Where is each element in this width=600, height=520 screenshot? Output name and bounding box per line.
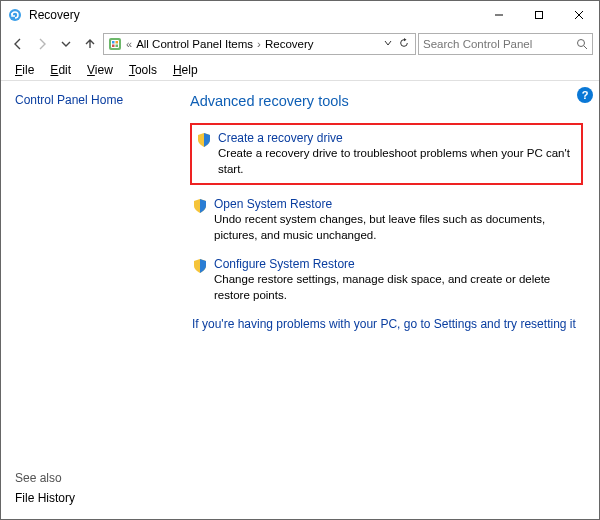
breadcrumb-item[interactable]: Recovery bbox=[265, 38, 314, 50]
tool-open-system-restore: Open System Restore Undo recent system c… bbox=[190, 193, 583, 253]
minimize-button[interactable] bbox=[479, 1, 519, 29]
control-panel-home-link[interactable]: Control Panel Home bbox=[15, 93, 123, 107]
create-recovery-drive-desc: Create a recovery drive to troubleshoot … bbox=[218, 146, 577, 177]
maximize-button[interactable] bbox=[519, 1, 559, 29]
menu-view[interactable]: View bbox=[83, 61, 117, 79]
svg-rect-9 bbox=[112, 45, 115, 48]
svg-line-12 bbox=[584, 46, 587, 49]
tool-configure-system-restore: Configure System Restore Change restore … bbox=[190, 253, 583, 313]
page-heading: Advanced recovery tools bbox=[190, 93, 583, 109]
tool-create-recovery-drive: Create a recovery drive Create a recover… bbox=[190, 123, 583, 185]
see-also: See also File History bbox=[15, 471, 75, 505]
shield-icon bbox=[192, 198, 208, 214]
recovery-icon bbox=[7, 7, 23, 23]
sidebar: Control Panel Home bbox=[1, 81, 186, 519]
refresh-button[interactable] bbox=[399, 38, 409, 50]
control-panel-icon bbox=[108, 37, 122, 51]
create-recovery-drive-link[interactable]: Create a recovery drive bbox=[218, 131, 577, 145]
reset-pc-link[interactable]: If you're having problems with your PC, … bbox=[192, 317, 583, 331]
breadcrumb-separator-icon: › bbox=[257, 38, 261, 50]
svg-point-11 bbox=[578, 40, 585, 47]
shield-icon bbox=[192, 258, 208, 274]
window: Recovery « All Control Panel Items › Rec… bbox=[0, 0, 600, 520]
body: Control Panel Home See also File History… bbox=[1, 81, 599, 519]
close-button[interactable] bbox=[559, 1, 599, 29]
address-bar[interactable]: « All Control Panel Items › Recovery bbox=[103, 33, 416, 55]
breadcrumb-item[interactable]: All Control Panel Items bbox=[136, 38, 253, 50]
svg-point-0 bbox=[9, 9, 21, 21]
svg-rect-7 bbox=[112, 41, 115, 44]
address-dropdown-icon[interactable] bbox=[383, 38, 393, 50]
menu-bar: File Edit View Tools Help ? bbox=[1, 59, 599, 81]
open-system-restore-desc: Undo recent system changes, but leave fi… bbox=[214, 212, 581, 243]
menu-file[interactable]: File bbox=[11, 61, 38, 79]
forward-button[interactable] bbox=[31, 33, 53, 55]
search-input[interactable]: Search Control Panel bbox=[418, 33, 593, 55]
configure-system-restore-desc: Change restore settings, manage disk spa… bbox=[214, 272, 581, 303]
main-content: Advanced recovery tools Create a recover… bbox=[186, 81, 599, 519]
configure-system-restore-link[interactable]: Configure System Restore bbox=[214, 257, 581, 271]
search-icon bbox=[576, 38, 588, 50]
open-system-restore-link[interactable]: Open System Restore bbox=[214, 197, 581, 211]
see-also-heading: See also bbox=[15, 471, 75, 485]
back-button[interactable] bbox=[7, 33, 29, 55]
svg-rect-8 bbox=[116, 41, 119, 44]
menu-tools[interactable]: Tools bbox=[125, 61, 161, 79]
titlebar: Recovery bbox=[1, 1, 599, 29]
recent-locations-dropdown[interactable] bbox=[55, 33, 77, 55]
up-button[interactable] bbox=[79, 33, 101, 55]
file-history-link[interactable]: File History bbox=[15, 491, 75, 505]
nav-row: « All Control Panel Items › Recovery Sea… bbox=[1, 29, 599, 59]
svg-rect-2 bbox=[536, 12, 543, 19]
breadcrumb-chevron-icon: « bbox=[126, 38, 132, 50]
menu-edit[interactable]: Edit bbox=[46, 61, 75, 79]
svg-rect-10 bbox=[116, 45, 119, 48]
shield-icon bbox=[196, 132, 212, 148]
search-placeholder: Search Control Panel bbox=[423, 38, 572, 50]
menu-help[interactable]: Help bbox=[169, 61, 202, 79]
window-title: Recovery bbox=[29, 8, 80, 22]
